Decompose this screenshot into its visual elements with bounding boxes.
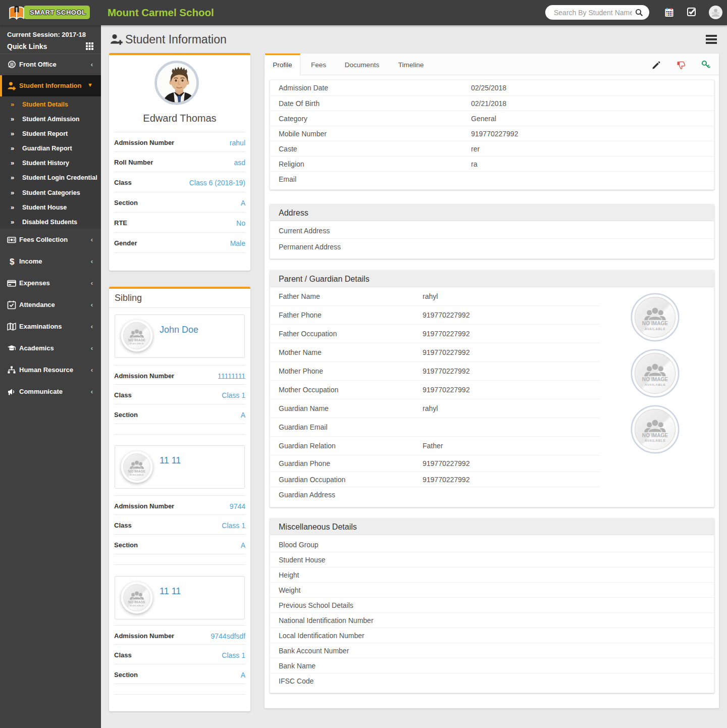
svg-text:$: $	[10, 257, 15, 266]
